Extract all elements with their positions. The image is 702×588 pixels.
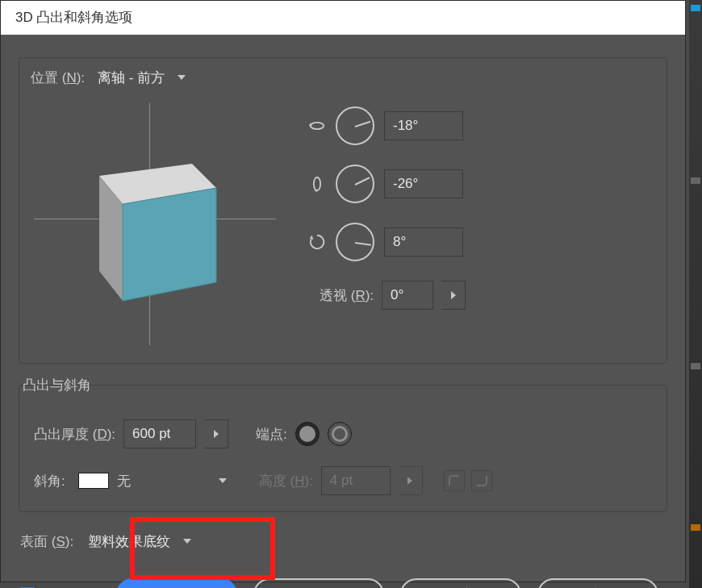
rotate-z-dial[interactable] — [336, 223, 374, 261]
bevel-height-input — [321, 466, 391, 495]
chevron-right-icon — [451, 291, 456, 299]
rotate-z-row — [308, 223, 466, 261]
chevron-down-icon — [178, 75, 186, 80]
perspective-row: 透视 (R): — [320, 281, 466, 310]
rotation-controls: 透视 (R): — [308, 103, 466, 310]
extrude-depth-step-button[interactable] — [204, 419, 228, 448]
rotate-y-dial[interactable] — [336, 165, 374, 203]
position-label-text: 位置 (N): — [31, 69, 85, 87]
surface-select[interactable]: 塑料效果底纹 — [81, 528, 198, 554]
map-art-button[interactable]: 贴图 (M)... — [116, 578, 237, 588]
chevron-right-icon — [214, 430, 219, 438]
chevron-down-icon — [219, 478, 227, 483]
rotate-x-row — [308, 106, 466, 145]
rotate-x-dial[interactable] — [336, 106, 374, 145]
dialog-footer: 预览 (P) 贴图 (M)... 更多选项 (O) 确定 重置 — [19, 578, 667, 588]
extrude-depth-input[interactable] — [123, 419, 196, 448]
svg-point-5 — [314, 177, 320, 191]
cap-label: 端点: — [256, 425, 287, 444]
svg-point-3 — [311, 123, 324, 129]
reset-button[interactable]: 重置 — [537, 578, 658, 588]
position-select[interactable]: 离轴 - 前方 — [91, 65, 192, 90]
dialog-title: 3D 凸出和斜角选项 — [1, 1, 685, 35]
rotate-horizontal-icon — [308, 117, 326, 135]
chevron-down-icon — [183, 539, 191, 544]
rotate-circular-icon — [308, 233, 326, 251]
bevel-extent-out-icon — [471, 470, 492, 491]
dialog-3d-extrude-bevel: 3D 凸出和斜角选项 位置 (N): 离轴 - 前方 — [0, 0, 686, 582]
bevel-none-icon — [78, 473, 109, 489]
surface-row: 表面 (S): 塑料效果底纹 — [20, 528, 667, 554]
rotate-x-input[interactable] — [384, 111, 463, 140]
cube-icon — [73, 144, 242, 313]
preview-label[interactable]: 预览 (P) — [51, 586, 100, 589]
svg-marker-7 — [310, 236, 314, 240]
group-position: 位置 (N): 离轴 - 前方 — [19, 57, 667, 364]
cap-on-toggle[interactable] — [295, 422, 320, 446]
bevel-extent-in-icon — [444, 470, 465, 491]
cube-preview[interactable] — [34, 103, 276, 345]
chevron-right-icon — [407, 477, 412, 485]
bevel-value: 无 — [117, 472, 131, 490]
bevel-height-label: 高度 (H): — [259, 472, 313, 490]
rotate-y-row — [308, 165, 466, 203]
cap-off-toggle[interactable] — [328, 422, 352, 446]
bevel-height-step-button — [399, 466, 423, 495]
position-select-value: 离轴 - 前方 — [98, 69, 165, 87]
perspective-input[interactable] — [382, 281, 433, 310]
surface-label: 表面 (S): — [20, 532, 73, 551]
rotate-z-input[interactable] — [384, 227, 463, 256]
more-options-button[interactable]: 更多选项 (O) — [253, 578, 383, 588]
ok-button[interactable]: 确定 — [400, 578, 521, 588]
background-panel-strip — [689, 0, 702, 588]
perspective-step-button[interactable] — [441, 281, 466, 310]
rotate-vertical-icon — [308, 175, 326, 193]
rotate-y-input[interactable] — [384, 169, 463, 198]
perspective-label: 透视 (R): — [320, 286, 374, 305]
group-extrude-bevel: 凸出与斜角 凸出厚度 (D): 端点: 斜角: 无 — [19, 385, 667, 512]
extrude-bevel-title: 凸出与斜角 — [19, 376, 94, 394]
position-label: 位置 (N): 离轴 - 前方 — [27, 65, 195, 90]
bevel-select[interactable]: 无 — [73, 467, 232, 494]
extrude-depth-label: 凸出厚度 (D): — [34, 425, 115, 444]
surface-value: 塑料效果底纹 — [88, 532, 170, 551]
bevel-label: 斜角: — [34, 472, 65, 490]
dialog-body: 位置 (N): 离轴 - 前方 — [1, 35, 685, 588]
svg-marker-2 — [123, 188, 216, 301]
